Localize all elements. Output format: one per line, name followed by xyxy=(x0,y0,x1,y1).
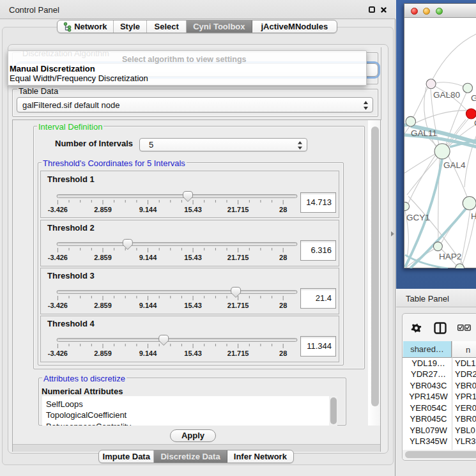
svg-text:GCY1: GCY1 xyxy=(406,213,430,222)
svg-text:15.43: 15.43 xyxy=(184,206,202,213)
svg-text:2.859: 2.859 xyxy=(94,206,112,213)
svg-text:2.859: 2.859 xyxy=(94,349,112,357)
svg-text:9.144: 9.144 xyxy=(139,206,157,213)
svg-text:-3.426: -3.426 xyxy=(48,206,68,213)
svg-text:21.715: 21.715 xyxy=(227,206,249,213)
svg-text:2.859: 2.859 xyxy=(94,254,112,261)
svg-text:9.144: 9.144 xyxy=(139,349,157,357)
svg-text:21.715: 21.715 xyxy=(227,302,249,309)
svg-text:21.715: 21.715 xyxy=(227,349,249,357)
svg-text:2.859: 2.859 xyxy=(94,302,112,309)
svg-text:28: 28 xyxy=(279,349,287,357)
svg-text:15.43: 15.43 xyxy=(184,302,202,309)
svg-text:21.715: 21.715 xyxy=(227,254,249,261)
svg-text:15.43: 15.43 xyxy=(184,349,202,357)
svg-text:GAL80: GAL80 xyxy=(433,90,460,100)
svg-text:-3.426: -3.426 xyxy=(48,302,68,309)
svg-text:28: 28 xyxy=(279,302,287,309)
svg-text:GAL4: GAL4 xyxy=(443,160,466,170)
svg-text:28: 28 xyxy=(279,254,287,261)
svg-text:H: H xyxy=(471,211,476,221)
svg-text:-3.426: -3.426 xyxy=(48,254,68,261)
svg-text:28: 28 xyxy=(279,206,287,213)
svg-text:9.144: 9.144 xyxy=(139,302,157,309)
svg-text:15.43: 15.43 xyxy=(184,254,202,261)
svg-text:-3.426: -3.426 xyxy=(48,349,68,357)
svg-text:GAL11: GAL11 xyxy=(411,128,437,138)
svg-text:G.: G. xyxy=(471,93,476,103)
svg-text:9.144: 9.144 xyxy=(139,254,157,261)
svg-text:HAP2: HAP2 xyxy=(439,252,461,261)
